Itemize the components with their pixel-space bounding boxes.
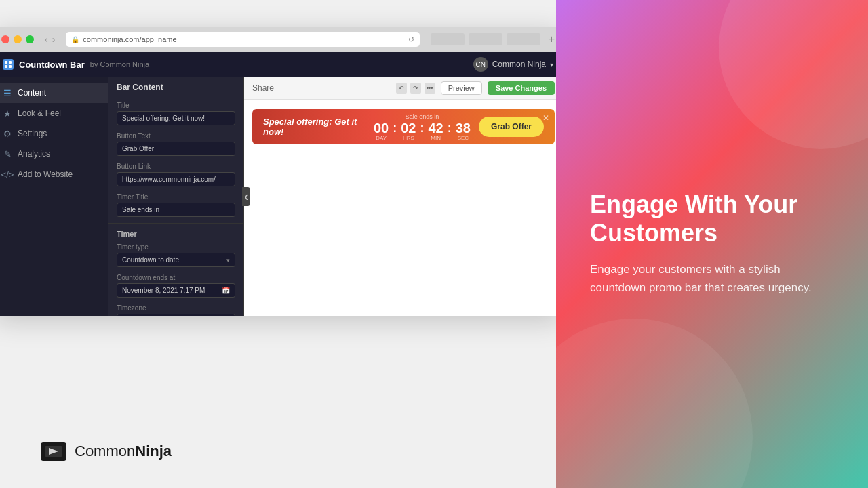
timer-hours: 02 HRS xyxy=(401,121,416,141)
button-link-field: Button Link xyxy=(108,159,243,190)
back-arrow-icon[interactable]: ‹ xyxy=(45,34,48,45)
sidebar-label-look-feel: Look & Feel xyxy=(18,108,61,118)
colon-3: : xyxy=(448,122,452,134)
content-icon: ☰ xyxy=(3,88,12,98)
timer-type-field: Timer type Countdown to date ▾ xyxy=(108,240,243,270)
share-label: Share xyxy=(252,83,274,93)
countdown-ends-label: Countdown ends at xyxy=(117,274,235,281)
countdown-ends-input[interactable]: November 8, 2021 7:17 PM 📅 xyxy=(117,283,235,298)
bar-cta-button[interactable]: Grab Offer xyxy=(479,117,544,137)
bar-offer-text: Special offering: Get it now! xyxy=(263,117,366,137)
right-body-text: Engage your customers with a stylish cou… xyxy=(590,260,834,297)
new-tab-icon[interactable]: + xyxy=(549,33,555,45)
sidebar-item-add-to-website[interactable]: </> Add to Website xyxy=(0,164,108,184)
button-link-label: Button Link xyxy=(117,163,235,170)
browser-nav: ‹ › xyxy=(45,34,55,45)
app-title: Countdown Bar xyxy=(19,60,85,70)
undo-icon[interactable]: ↶ xyxy=(396,83,407,94)
countdown-ends-value: November 8, 2021 7:17 PM xyxy=(122,287,205,294)
preview-icons: ↶ ↷ ••• xyxy=(396,83,435,94)
browser-dot-red[interactable] xyxy=(1,35,9,43)
timer-title-input[interactable] xyxy=(117,203,235,217)
sidebar-item-content[interactable]: ☰ Content xyxy=(0,83,108,103)
timezone-label: Timezone xyxy=(117,304,235,312)
sidebar-label-analytics: Analytics xyxy=(18,149,50,159)
browser-btn-1 xyxy=(431,33,465,45)
browser-url-bar[interactable]: 🔒 commoninja.com/app_name ↺ xyxy=(66,32,419,47)
svg-rect-1 xyxy=(9,61,12,64)
app-header-left: Countdown Bar by Common Ninja xyxy=(3,59,149,70)
save-changes-button[interactable]: Save Changes xyxy=(488,81,555,95)
countdown-ends-field: Countdown ends at November 8, 2021 7:17 … xyxy=(108,270,243,301)
timer-days: 00 DAY xyxy=(374,121,389,141)
browser-dot-yellow[interactable] xyxy=(14,35,22,43)
browser-dot-green[interactable] xyxy=(26,35,34,43)
sidebar-item-settings[interactable]: ⚙ Settings xyxy=(0,123,108,144)
countdown-bar-preview: ✕ Special offering: Get it now! Sale end… xyxy=(252,109,555,144)
brand-logo xyxy=(41,442,66,461)
button-link-input[interactable] xyxy=(117,172,235,186)
sidebar: ☰ Content ★ Look & Feel ⚙ Settings ✎ Ana… xyxy=(0,77,108,316)
brand-name-bold: Ninja xyxy=(135,443,172,460)
app-header-right[interactable]: CN Common Ninja ▾ xyxy=(473,57,553,72)
analytics-icon: ✎ xyxy=(3,149,12,159)
brand-icon xyxy=(41,442,66,461)
timer-title-label: Timer Title xyxy=(117,193,235,201)
bar-close-button[interactable]: ✕ xyxy=(542,113,549,123)
brand-name: CommonNinja xyxy=(75,443,172,460)
title-field: Title xyxy=(108,98,243,129)
sale-ends-label: Sale ends in xyxy=(406,113,439,120)
button-text-input[interactable] xyxy=(117,142,235,156)
sidebar-item-look-feel[interactable]: ★ Look & Feel xyxy=(0,103,108,123)
user-dropdown-icon[interactable]: ▾ xyxy=(550,61,553,68)
button-text-label: Button Text xyxy=(117,132,235,140)
browser-window: ‹ › 🔒 commoninja.com/app_name ↺ + xyxy=(0,27,563,316)
title-input[interactable] xyxy=(117,111,235,125)
app-logo xyxy=(3,59,14,70)
browser-btn-2 xyxy=(469,33,502,45)
settings-icon: ⚙ xyxy=(3,129,12,138)
days-value: 00 xyxy=(374,121,389,135)
preview-button[interactable]: Preview xyxy=(441,81,482,95)
more-icon[interactable]: ••• xyxy=(425,83,435,94)
redo-icon[interactable]: ↷ xyxy=(410,83,421,94)
add-website-icon: </> xyxy=(3,169,12,179)
forward-arrow-icon[interactable]: › xyxy=(52,34,56,45)
colon-1: : xyxy=(393,122,397,134)
svg-rect-2 xyxy=(5,65,7,68)
timer-type-value: Countdown to date xyxy=(122,256,179,264)
seconds-label: SEC xyxy=(458,135,469,141)
sidebar-label-settings: Settings xyxy=(18,129,47,138)
brand-svg xyxy=(43,445,64,458)
title-label: Title xyxy=(117,102,235,109)
headline-line2: Customers xyxy=(590,219,717,247)
hours-label: HRS xyxy=(403,135,414,141)
app-by: by Common Ninja xyxy=(90,60,149,68)
browser-url-text: commoninja.com/app_name xyxy=(83,35,176,43)
app-header: Countdown Bar by Common Ninja CN Common … xyxy=(0,52,563,77)
right-section: Engage With Your Customers Engage your c… xyxy=(556,0,868,488)
sidebar-label-content: Content xyxy=(18,88,46,98)
lock-icon: 🔒 xyxy=(71,36,79,43)
panel-header: Bar Content xyxy=(108,77,243,98)
bar-timer: Sale ends in 00 DAY : 02 HRS xyxy=(374,113,471,141)
bottom-branding: CommonNinja xyxy=(41,442,172,461)
sidebar-item-analytics[interactable]: ✎ Analytics xyxy=(0,144,108,164)
app-body: ☰ Content ★ Look & Feel ⚙ Settings ✎ Ana… xyxy=(0,77,563,316)
timer-type-label: Timer type xyxy=(117,243,235,251)
button-text-field: Button Text xyxy=(108,129,243,159)
days-label: DAY xyxy=(376,135,387,141)
content-panel: Bar Content Title Button Text Button Lin… xyxy=(108,77,244,316)
svg-rect-3 xyxy=(9,65,12,68)
app-container: Countdown Bar by Common Ninja CN Common … xyxy=(0,52,563,316)
minutes-value: 42 xyxy=(428,121,443,135)
timezone-select[interactable]: Asia/Jerusalem ▾ xyxy=(117,314,235,316)
hours-value: 02 xyxy=(401,121,416,135)
panel-collapse-button[interactable]: ❮ xyxy=(242,187,250,206)
browser-btn-3 xyxy=(507,33,540,45)
reload-icon[interactable]: ↺ xyxy=(408,35,414,44)
seconds-value: 38 xyxy=(456,121,471,135)
browser-titlebar: ‹ › 🔒 commoninja.com/app_name ↺ + xyxy=(0,27,563,52)
timer-type-select[interactable]: Countdown to date ▾ xyxy=(117,253,235,267)
preview-actions: ↶ ↷ ••• Preview Save Changes xyxy=(396,81,555,95)
